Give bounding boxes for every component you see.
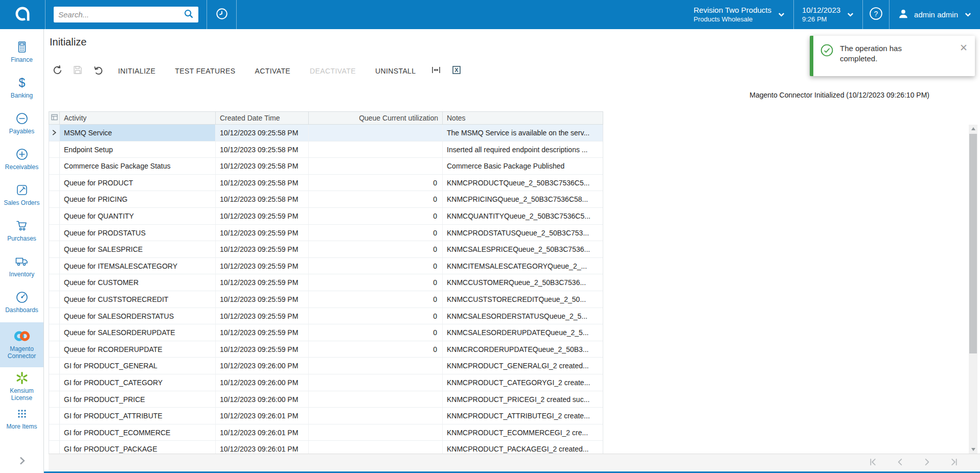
company-selector[interactable]: Revision Two Products Products Wholesale bbox=[686, 0, 794, 29]
undo-button[interactable] bbox=[88, 63, 108, 79]
row-selector-cell bbox=[49, 158, 60, 174]
column-header-activity[interactable]: Activity bbox=[60, 112, 216, 124]
search-icon[interactable] bbox=[184, 9, 194, 21]
app-logo[interactable] bbox=[0, 0, 45, 29]
grid-settings-button[interactable] bbox=[49, 112, 60, 124]
table-row[interactable]: Queue for QUANTITY10/12/2023 09:25:59 PM… bbox=[49, 208, 603, 225]
table-row[interactable]: Queue for SALESORDERSTATUS10/12/2023 09:… bbox=[49, 308, 603, 325]
sidebar-item-label: Dashboards bbox=[4, 307, 40, 314]
scrollbar-thumb[interactable] bbox=[969, 134, 977, 353]
deactivate-button: DEACTIVATE bbox=[300, 63, 366, 79]
table-row[interactable]: Queue for PRODUCT10/12/2023 09:25:58 PM0… bbox=[49, 175, 603, 192]
sidebar-item-payables[interactable]: Payables bbox=[0, 108, 43, 144]
sidebar-item-finance[interactable]: Finance bbox=[0, 36, 43, 72]
table-row[interactable]: Endpoint Setup10/12/2023 09:25:58 PMInse… bbox=[49, 141, 603, 158]
cell-activity: Queue for ITEMSALESCATEGORY bbox=[60, 258, 216, 274]
magento-infinity-icon bbox=[13, 328, 31, 344]
refresh-button[interactable] bbox=[47, 63, 67, 79]
table-row[interactable]: MSMQ Service10/12/2023 09:25:58 PMThe MS… bbox=[49, 125, 603, 141]
cell-queue-current-utilization bbox=[309, 141, 443, 158]
row-selector-chevron-icon bbox=[49, 125, 60, 141]
toast-notification: The operation has completed. ✕ bbox=[810, 36, 975, 76]
column-header-queue-current-utilization[interactable]: Queue Current utilization bbox=[309, 112, 443, 124]
activate-button[interactable]: ACTIVATE bbox=[245, 63, 301, 79]
table-row[interactable]: GI for PRODUCT_ECOMMERCE10/12/2023 09:26… bbox=[49, 424, 603, 441]
scroll-up-icon[interactable] bbox=[969, 125, 977, 133]
row-selector-cell bbox=[49, 358, 60, 374]
row-selector-cell bbox=[49, 341, 60, 358]
business-date-button[interactable] bbox=[207, 0, 237, 29]
date-selector[interactable]: 10/12/2023 9:26 PM bbox=[794, 0, 863, 29]
table-row[interactable]: Queue for CUSTSTORECREDIT10/12/2023 09:2… bbox=[49, 291, 603, 308]
table-row[interactable]: GI for PRODUCT_PACKAGE10/12/2023 09:26:0… bbox=[49, 441, 603, 454]
cell-activity: Queue for SALESORDERUPDATE bbox=[60, 324, 216, 341]
sidebar-item-label: Finance bbox=[9, 57, 34, 64]
cell-created-date-time: 10/12/2023 09:26:01 PM bbox=[216, 441, 309, 454]
cell-notes: KNMCPRODUCT_CATEGORYGI_2 create... bbox=[443, 374, 603, 391]
table-row[interactable]: Queue for RCORDERUPDATE10/12/2023 09:25:… bbox=[49, 341, 603, 358]
last-page-icon bbox=[950, 458, 959, 468]
table-row[interactable]: GI for PRODUCT_GENERAL10/12/2023 09:26:0… bbox=[49, 358, 603, 374]
table-row[interactable]: GI for PRODUCT_PRICE10/12/2023 09:26:00 … bbox=[49, 391, 603, 408]
sidebar-item-sales-orders[interactable]: Sales Orders bbox=[0, 179, 43, 215]
sidebar-item-magento-connector[interactable]: Magento Connector bbox=[0, 322, 43, 367]
search-box[interactable] bbox=[54, 7, 198, 22]
table-row[interactable]: Queue for PRICING10/12/2023 09:25:58 PM0… bbox=[49, 191, 603, 208]
export-excel-button[interactable]: X bbox=[446, 63, 467, 79]
sidebar-item-purchases[interactable]: Purchases bbox=[0, 215, 43, 251]
cell-notes: KNMCPRODUCT_PACKAGEGI_2 created... bbox=[443, 441, 603, 454]
save-icon bbox=[73, 65, 83, 77]
sidebar-item-more-items[interactable]: More Items bbox=[0, 403, 43, 439]
sidebar-item-inventory[interactable]: Inventory bbox=[0, 251, 43, 287]
acumatica-logo-icon bbox=[13, 5, 32, 25]
sidebar-item-banking[interactable]: $Banking bbox=[0, 72, 43, 108]
table-row[interactable]: Queue for SALESPRICE10/12/2023 09:25:59 … bbox=[49, 241, 603, 258]
current-date: 10/12/2023 bbox=[802, 5, 840, 15]
cell-created-date-time: 10/12/2023 09:25:59 PM bbox=[216, 308, 309, 324]
next-page-icon bbox=[923, 458, 931, 468]
chevron-right-icon bbox=[17, 456, 27, 468]
scroll-down-icon[interactable] bbox=[969, 445, 977, 454]
cell-created-date-time: 10/12/2023 09:25:58 PM bbox=[216, 191, 309, 207]
table-row[interactable]: Queue for PRODSTATUS10/12/2023 09:25:59 … bbox=[49, 225, 603, 242]
table-row[interactable]: Queue for CUSTOMER10/12/2023 09:25:59 PM… bbox=[49, 274, 603, 291]
sidebar-item-receivables[interactable]: Receivables bbox=[0, 144, 43, 179]
plus-circle-icon bbox=[15, 147, 29, 162]
cell-notes: KNMCQUANTITYQueue_2_50B3C7536C5... bbox=[443, 208, 603, 224]
cell-queue-current-utilization bbox=[309, 408, 443, 424]
sidebar-item-label: Purchases bbox=[6, 235, 38, 243]
cell-created-date-time: 10/12/2023 09:26:00 PM bbox=[216, 358, 309, 374]
cell-queue-current-utilization: 0 bbox=[309, 258, 443, 274]
column-header-created-date-time[interactable]: Created Date Time bbox=[216, 112, 309, 124]
grid-body: MSMQ Service10/12/2023 09:25:58 PMThe MS… bbox=[49, 125, 603, 454]
cart-icon bbox=[15, 218, 29, 233]
table-row[interactable]: Queue for ITEMSALESCATEGORY10/12/2023 09… bbox=[49, 258, 603, 275]
sidebar-item-kensium-license[interactable]: Kensium License bbox=[0, 367, 43, 403]
sidebar-expand-button[interactable] bbox=[0, 456, 43, 468]
cell-activity: Endpoint Setup bbox=[60, 141, 216, 158]
fit-to-screen-button[interactable] bbox=[426, 63, 446, 79]
cell-created-date-time: 10/12/2023 09:26:00 PM bbox=[216, 374, 309, 391]
table-row[interactable]: GI for PRODUCT_ATTRIBUTE10/12/2023 09:26… bbox=[49, 408, 603, 424]
table-row[interactable]: GI for PRODUCT_CATEGORY10/12/2023 09:26:… bbox=[49, 374, 603, 391]
table-row[interactable]: Commerce Basic Package Status10/12/2023 … bbox=[49, 158, 603, 175]
cell-queue-current-utilization: 0 bbox=[309, 308, 443, 324]
table-row[interactable]: Queue for SALESORDERUPDATE10/12/2023 09:… bbox=[49, 324, 603, 341]
vertical-scrollbar[interactable] bbox=[969, 125, 977, 454]
uninstall-button[interactable]: UNINSTALL bbox=[366, 63, 426, 79]
column-header-notes[interactable]: Notes bbox=[443, 112, 603, 124]
cell-queue-current-utilization bbox=[309, 391, 443, 408]
row-selector-cell bbox=[49, 208, 60, 224]
cell-activity: Queue for RCORDERUPDATE bbox=[60, 341, 216, 358]
cell-activity: GI for PRODUCT_ECOMMERCE bbox=[60, 424, 216, 441]
initialize-button[interactable]: INITIALIZE bbox=[108, 63, 165, 79]
sidebar-item-dashboards[interactable]: Dashboards bbox=[0, 287, 43, 322]
close-icon[interactable]: ✕ bbox=[960, 43, 968, 52]
test-features-button[interactable]: TEST FEATURES bbox=[165, 63, 245, 79]
cell-queue-current-utilization bbox=[309, 424, 443, 441]
user-menu[interactable]: admin admin bbox=[890, 0, 980, 29]
cell-created-date-time: 10/12/2023 09:25:58 PM bbox=[216, 125, 309, 141]
help-button[interactable]: ? bbox=[863, 0, 890, 29]
search-input[interactable] bbox=[58, 10, 184, 19]
row-selector-cell bbox=[49, 258, 60, 274]
